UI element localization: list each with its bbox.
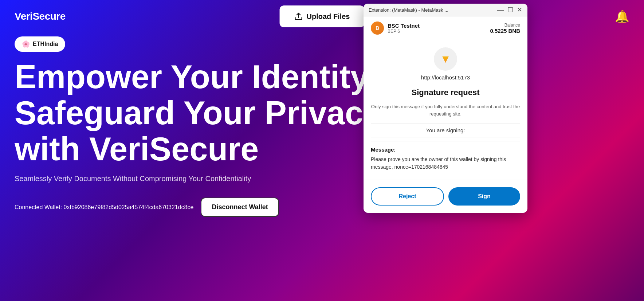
signing-label: You are signing: <box>371 127 520 133</box>
message-label: Message: <box>371 146 520 153</box>
sig-warning: Only sign this message if you fully unde… <box>371 103 520 117</box>
popup-title: Extension: (MetaMask) - MetaMask ... <box>369 7 448 13</box>
network-balance: Balance 0.5225 BNB <box>490 23 520 34</box>
eth-india-badge: 🌸 ETHIndia <box>15 36 65 52</box>
close-button[interactable]: ✕ <box>517 7 522 13</box>
metamask-popup: Extension: (MetaMask) - MetaMask ... — ☐… <box>364 4 527 213</box>
popup-content: Signature request Only sign this message… <box>364 88 527 180</box>
hero-subtitle: Seamlessly Verify Documents Without Comp… <box>15 175 629 183</box>
popup-network: B BSC Testnet BEP 6 Balance 0.5225 BNB <box>364 16 527 40</box>
popup-site: ▼ http://localhost:5173 <box>364 40 527 88</box>
minimize-button[interactable]: — <box>497 7 504 13</box>
divider2 <box>371 137 520 137</box>
network-left: B BSC Testnet BEP 6 <box>371 22 420 35</box>
site-url: http://localhost:5173 <box>421 74 470 81</box>
app-container: VeriSecure Upload Files 🔔 🌸 ETHIndia Emp… <box>0 0 644 301</box>
hero-title: Empower Your Identity, Safeguard Your Pr… <box>15 59 629 167</box>
hero-line2: Safeguard Your Privacy <box>15 95 629 131</box>
divider1 <box>371 123 520 124</box>
balance-value: 0.5225 BNB <box>490 28 520 34</box>
popup-actions: Reject Sign <box>364 180 527 213</box>
hero-line1: Empower Your Identity, <box>15 59 629 95</box>
site-logo: ▼ <box>440 53 451 65</box>
balance-label: Balance <box>490 23 520 28</box>
eth-badge-text: ETHIndia <box>33 41 58 47</box>
message-box: Message: Please prove you are the owner … <box>371 141 520 176</box>
notification-icon[interactable]: 🔔 <box>615 9 629 23</box>
popup-titlebar: Extension: (MetaMask) - MetaMask ... — ☐… <box>364 4 527 16</box>
sig-title: Signature request <box>371 88 520 97</box>
network-icon: B <box>371 22 384 35</box>
eth-badge-logo: 🌸 <box>22 40 30 48</box>
site-logo-container: ▼ <box>434 47 457 71</box>
wallet-address: 0xfb92086e79f82d5d025a4574f4cda670321dc8… <box>64 204 194 210</box>
upload-files-button[interactable]: Upload Files <box>280 5 365 27</box>
upload-icon <box>294 12 303 21</box>
network-sub: BEP 6 <box>388 29 420 34</box>
maximize-button[interactable]: ☐ <box>507 7 513 13</box>
hero-line3: with VeriSecure <box>15 131 629 167</box>
upload-files-label: Upload Files <box>307 12 350 21</box>
sign-button[interactable]: Sign <box>448 187 520 206</box>
disconnect-wallet-button[interactable]: Disconnect Wallet <box>201 198 279 217</box>
popup-controls: — ☐ ✕ <box>497 7 522 13</box>
reject-button[interactable]: Reject <box>371 187 444 206</box>
network-name: BSC Testnet <box>388 23 420 29</box>
hero-section: Empower Your Identity, Safeguard Your Pr… <box>0 52 644 224</box>
header: VeriSecure Upload Files 🔔 <box>0 0 644 33</box>
message-text: Please prove you are the owner of this w… <box>371 156 520 171</box>
network-info: BSC Testnet BEP 6 <box>388 23 420 34</box>
wallet-section: Connected Wallet: 0xfb92086e79f82d5d025a… <box>15 198 629 217</box>
connected-wallet-text: Connected Wallet: 0xfb92086e79f82d5d025a… <box>15 204 193 211</box>
app-logo: VeriSecure <box>15 11 66 22</box>
connected-label: Connected Wallet: <box>15 204 64 210</box>
